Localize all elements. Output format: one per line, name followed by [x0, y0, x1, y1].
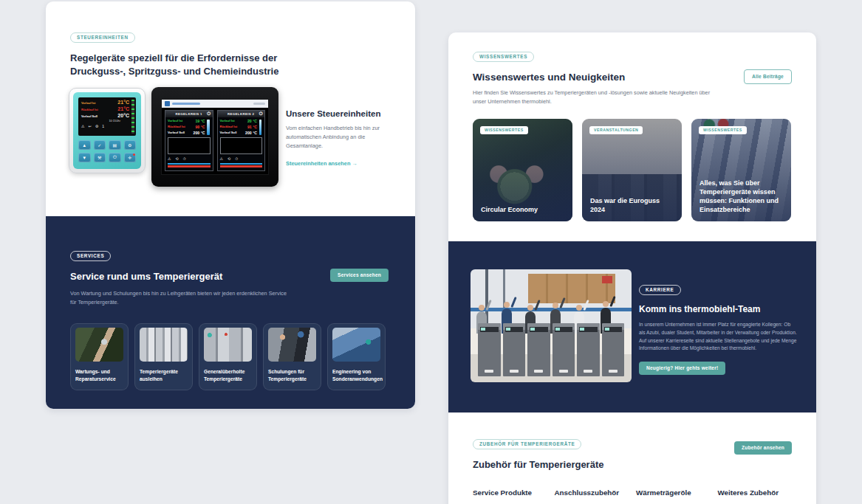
service-card-image — [268, 328, 316, 362]
service-card-label: Engineering von Sonderanwendungen — [332, 368, 380, 383]
temperiergeraet-cabinet — [527, 323, 550, 376]
accessory-column-waermetraegeroele[interactable]: Wärmeträgeröle Unsere Wärmeträgeröle the… — [636, 489, 711, 504]
services-text: Von Wartung und Schulungen bis hin zu Le… — [70, 289, 292, 306]
led-strip — [131, 100, 134, 134]
warning-icon: ⚠ — [220, 156, 223, 162]
zone-title: REGELKREIS 2 — [228, 112, 254, 116]
alle-beitraege-button[interactable]: Alle Beiträge — [744, 69, 792, 84]
zubehoer-badge: ZUBEHÖR FÜR TEMPERIERGERÄTE — [473, 439, 581, 449]
news-text: Hier finden Sie Wissenswertes zu Temperi… — [473, 89, 716, 106]
timer-icon: ⏱ — [235, 156, 238, 162]
ctrl-row-label: Vorlauf Soll — [81, 114, 98, 118]
services-ansehen-button[interactable]: Services ansehen — [330, 269, 389, 282]
accessory-column-weiteres-zubehoer[interactable]: Weiteres Zubehör Neutralisationslauge, E… — [718, 489, 793, 504]
level-bar — [259, 120, 262, 135]
ctrl-row-value: 20°C — [117, 113, 129, 120]
power-icon: ⏻ — [109, 153, 121, 162]
gear-icon: ⚙ — [95, 124, 98, 128]
news-card-circular-economy[interactable]: WISSENSWERTES Circular Economy — [473, 119, 572, 221]
return-icon: ↩ — [88, 124, 91, 128]
service-card-generalueberholt[interactable]: Generalüberholte Temperiergeräte — [199, 323, 257, 390]
karriere-content: KARRIERE Komm ins thermobiehl-Team In un… — [639, 281, 798, 375]
steuereinheiten-badge: STEUEREINHEITEN — [70, 32, 135, 43]
right-page: WISSENSWERTES Wissenswertes und Neuigkei… — [448, 32, 816, 504]
warning-icon: ⚠ — [168, 156, 171, 162]
controller-device-image: Vorlauf Ist21°C Rücklauf Ist21°C Vorlauf… — [69, 88, 146, 173]
service-card-engineering[interactable]: Engineering von Sonderanwendungen — [327, 323, 386, 390]
service-card-schulungen[interactable]: Schulungen für Temperiergeräte — [263, 323, 321, 390]
progress-bar-red — [220, 165, 263, 168]
news-card-title: Circular Economy — [481, 206, 565, 215]
zone-message-box — [168, 137, 211, 154]
news-card-badge: WISSENSWERTES — [480, 126, 528, 134]
zone-row-value: 200 °C — [194, 131, 205, 136]
zone-row-value: 90 °C — [195, 125, 205, 130]
wissenswertes-badge: WISSENSWERTES — [473, 52, 534, 62]
zone-row-value: 91 °C — [247, 125, 257, 130]
touch-panel-titlebar — [162, 100, 268, 108]
touch-panel-device-image: REGELKREIS 1⏻ Vorlauf Ist19 °C Rücklauf … — [151, 87, 278, 187]
regelkreis-1-zone: REGELKREIS 1⏻ Vorlauf Ist19 °C Rücklauf … — [165, 110, 213, 171]
zone-row-label: Vorlauf Ist — [220, 119, 235, 124]
accessory-column-service-produkte[interactable]: Service Produkte Durchflussmessgeräte un… — [473, 489, 547, 504]
titlebar-right-placeholder — [253, 103, 265, 105]
controller-keypad: ▲ ✓ ▤ ⚙ ▼ ⚒ ⏻ ✛ — [78, 140, 136, 162]
accessory-column-anschlusszubehoer[interactable]: Anschlusszubehör Thermoschläuche, Rohrko… — [555, 489, 629, 504]
zone-row-label: Vorlauf Soll — [168, 131, 185, 136]
news-card-temperiergeraete-wissen[interactable]: WISSENSWERTES Alles, was Sie über Temper… — [691, 119, 791, 221]
accessory-column-title: Anschlusszubehör — [555, 489, 629, 497]
temperiergeraet-cabinet — [503, 323, 526, 376]
steuereinheiten-aside: Unsere Steuereinheiten Vom einfachen Han… — [286, 109, 398, 168]
karriere-badge: KARRIERE — [639, 285, 681, 295]
zone-row-value: 19 °C — [195, 119, 205, 124]
service-card-image — [204, 328, 252, 362]
karriere-button[interactable]: Neugierig? Hier gehts weiter! — [639, 362, 725, 375]
service-card-image — [75, 328, 123, 362]
karriere-section: KARRIERE Komm ins thermobiehl-Team In un… — [448, 241, 816, 412]
zubehoer-heading: Zubehör für Temperiergeräte — [473, 459, 792, 470]
accessory-column-title: Service Produkte — [473, 489, 547, 497]
up-arrow-icon: ▲ — [78, 140, 91, 150]
service-card-wartung[interactable]: Wartungs- und Reparaturservice — [70, 323, 129, 390]
zone-row-value: 200 °C — [245, 131, 257, 136]
cycle-icon: ⟲ — [228, 156, 230, 162]
page-canvas: STEUEREINHEITEN Regelgeräte speziell für… — [0, 0, 862, 504]
ctrl-row-label: Vorlauf Ist — [81, 101, 95, 105]
news-card-badge: VERANSTALTUNGEN — [589, 126, 643, 134]
steuereinheiten-link[interactable]: Steuereinheiten ansehen → — [286, 160, 358, 167]
zubehoer-ansehen-button[interactable]: Zubehör ansehen — [734, 441, 792, 455]
settings-icon: ⚙ — [124, 140, 137, 150]
titlebar-text-placeholder — [172, 103, 200, 105]
ctrl-row-value: 21°C — [117, 106, 129, 113]
cycle-icon: ⟲ — [175, 156, 178, 162]
news-card-title: Das war die Euroguss 2024 — [590, 197, 674, 215]
timer-icon: ⏱ — [183, 156, 186, 162]
temperiergeraet-cabinet — [553, 323, 575, 376]
stage-number: 1 — [102, 124, 104, 128]
news-card-badge: WISSENSWERTES — [699, 126, 747, 134]
progress-bar-blue — [168, 163, 211, 165]
temperiergeraet-cabinet — [478, 323, 501, 376]
zone-row-label: Rücklauf Ist — [168, 125, 185, 130]
device-row — [478, 323, 624, 376]
news-card-euroguss[interactable]: VERANSTALTUNGEN Das war die Euroguss 202… — [582, 119, 682, 221]
wissenswertes-section: WISSENSWERTES Wissenswertes und Neuigkei… — [448, 32, 816, 241]
photo-red-box — [602, 276, 612, 283]
controller-screen: Vorlauf Ist21°C Rücklauf Ist21°C Vorlauf… — [78, 97, 136, 136]
zone-title: REGELKREIS 1 — [176, 112, 202, 116]
service-card-ausleihen[interactable]: Temperiergeräte ausleihen — [134, 323, 193, 390]
enter-icon: ✓ — [94, 140, 106, 150]
aside-text: Vom einfachen Handbetrieb bis hin zur au… — [286, 124, 398, 151]
karriere-text: In unserem Unternehmen ist immer Platz f… — [639, 321, 798, 353]
fan-icon: ✛ — [124, 153, 137, 162]
ctrl-row-label: Rücklauf Ist — [81, 108, 98, 111]
left-page: STEUEREINHEITEN Regelgeräte speziell für… — [46, 1, 415, 409]
services-section: SERVICES Service rund ums Temperiergerät… — [46, 216, 415, 409]
level-bar — [207, 120, 210, 135]
karriere-heading: Komm ins thermobiehl-Team — [639, 304, 798, 314]
down-arrow-icon: ▼ — [78, 153, 91, 162]
steuereinheiten-section: STEUEREINHEITEN Regelgeräte speziell für… — [46, 1, 415, 216]
controller-clock: 10:15Uhr — [81, 120, 129, 122]
controller-status-icons: ⚠ ↩ ⚙ 1 — [81, 124, 129, 128]
accessory-column-title: Wärmeträgeröle — [636, 489, 711, 497]
